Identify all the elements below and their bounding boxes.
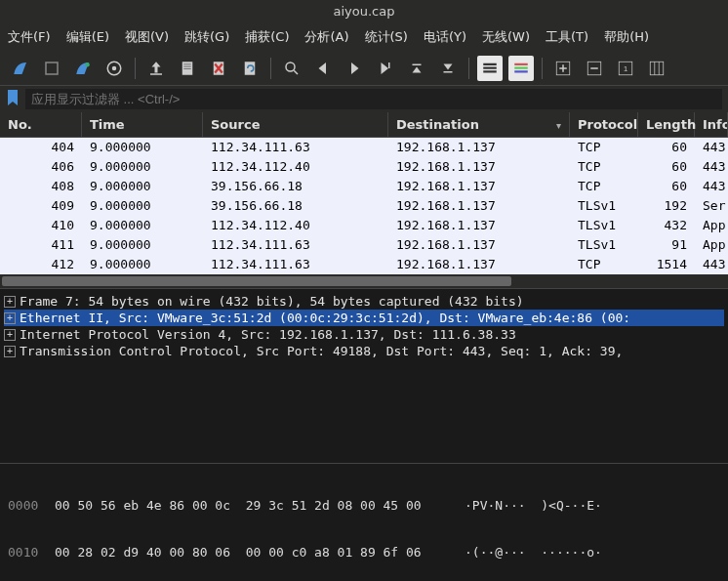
- cell: 9.000000: [82, 177, 203, 195]
- packet-list: No. Time Source Destination▾ Protocol Le…: [0, 112, 728, 288]
- hex-bytes: 00 50 56 eb 4e 86 00 0c 29 3c 51 2d 08 0…: [55, 497, 465, 515]
- colorize-on-icon[interactable]: [508, 56, 534, 81]
- goto-icon[interactable]: [373, 56, 398, 81]
- cell: TLSv1: [570, 196, 638, 215]
- hex-dump[interactable]: 0000 00 50 56 eb 4e 86 00 0c 29 3c 51 2d…: [0, 464, 728, 581]
- cell: 411: [0, 235, 82, 254]
- menu-phone[interactable]: 电话(Y): [422, 26, 468, 48]
- open-upload-icon[interactable]: [143, 56, 169, 81]
- svg-rect-4: [150, 73, 162, 75]
- col-header-len[interactable]: Length: [638, 112, 695, 137]
- zoom-out-icon[interactable]: [582, 56, 607, 81]
- svg-rect-12: [413, 64, 422, 66]
- cell: TCP: [570, 138, 638, 156]
- shark-fin-icon[interactable]: [8, 56, 33, 81]
- cell: 112.34.111.63: [203, 235, 388, 254]
- cell: TCP: [570, 177, 638, 195]
- expand-icon[interactable]: +: [4, 312, 16, 324]
- table-row[interactable]: 4069.000000112.34.112.40192.168.1.137TCP…: [0, 157, 728, 177]
- col-header-src[interactable]: Source: [203, 112, 388, 137]
- col-header-no[interactable]: No.: [0, 112, 82, 137]
- table-row[interactable]: 4089.00000039.156.66.18192.168.1.137TCP6…: [0, 177, 728, 196]
- menu-view[interactable]: 视图(V): [123, 26, 171, 48]
- search-icon[interactable]: [279, 56, 304, 81]
- cell: 192.168.1.137: [388, 138, 570, 156]
- horizontal-scrollbar[interactable]: [0, 274, 728, 288]
- col-header-proto[interactable]: Protocol: [570, 112, 638, 137]
- file-icon[interactable]: [175, 56, 200, 81]
- goto-first-icon[interactable]: [404, 56, 429, 81]
- zoom-reset-icon[interactable]: 1: [613, 56, 638, 81]
- goto-last-icon[interactable]: [435, 56, 461, 81]
- col-header-dst[interactable]: Destination▾: [388, 112, 570, 137]
- menu-analyze[interactable]: 分析(A): [303, 26, 350, 48]
- cell: 192.168.1.137: [388, 177, 570, 195]
- svg-point-11: [286, 62, 295, 71]
- cell: 9.000000: [82, 255, 203, 273]
- cell: 192.168.1.137: [388, 216, 570, 234]
- menu-edit[interactable]: 编辑(E): [64, 26, 111, 48]
- cell: 443: [695, 255, 728, 273]
- menu-go[interactable]: 跳转(G): [182, 26, 231, 48]
- svg-point-1: [85, 62, 90, 67]
- cell: 432: [638, 216, 695, 234]
- reload-file-icon[interactable]: [237, 56, 263, 81]
- svg-rect-6: [183, 64, 191, 65]
- detail-ethernet[interactable]: + Ethernet II, Src: VMware_3c:51:2d (00:…: [4, 310, 724, 326]
- table-row[interactable]: 4119.000000112.34.111.63192.168.1.137TLS…: [0, 235, 728, 255]
- hex-row[interactable]: 0000 00 50 56 eb 4e 86 00 0c 29 3c 51 2d…: [8, 497, 720, 515]
- menu-tools[interactable]: 工具(T): [544, 26, 590, 48]
- cell: 409: [0, 196, 82, 215]
- detail-ip[interactable]: + Internet Protocol Version 4, Src: 192.…: [4, 326, 724, 343]
- cell: 408: [0, 177, 82, 195]
- colorize-off-icon[interactable]: [477, 56, 503, 81]
- cell: 412: [0, 255, 82, 273]
- col-header-info[interactable]: Info: [695, 112, 728, 137]
- hex-offset: 0000: [8, 497, 55, 515]
- table-row[interactable]: 4109.000000112.34.112.40192.168.1.137TLS…: [0, 216, 728, 235]
- close-file-icon[interactable]: [206, 56, 231, 81]
- zoom-in-icon[interactable]: [550, 56, 576, 81]
- back-icon[interactable]: [310, 56, 336, 81]
- menu-stats[interactable]: 统计(S): [363, 26, 410, 48]
- toolbar-separator: [135, 58, 136, 79]
- table-row[interactable]: 4049.000000112.34.111.63192.168.1.137TCP…: [0, 138, 728, 157]
- detail-ethernet-text: Ethernet II, Src: VMware_3c:51:2d (00:0c…: [20, 311, 630, 325]
- cell: App: [695, 235, 728, 254]
- settings-icon[interactable]: [101, 56, 127, 81]
- cell: 192: [638, 196, 695, 215]
- bookmark-filter-icon[interactable]: [6, 90, 20, 108]
- expand-icon[interactable]: +: [4, 346, 16, 357]
- svg-rect-13: [444, 71, 453, 73]
- toolbar-separator: [468, 58, 469, 79]
- svg-rect-0: [46, 62, 58, 74]
- expand-icon[interactable]: +: [4, 296, 16, 308]
- cell: 443: [695, 138, 728, 156]
- resize-columns-icon[interactable]: [644, 56, 669, 81]
- table-row[interactable]: 4099.00000039.156.66.18192.168.1.137TLSv…: [0, 196, 728, 216]
- menu-wireless[interactable]: 无线(W): [480, 26, 532, 48]
- detail-frame[interactable]: + Frame 7: 54 bytes on wire (432 bits), …: [4, 293, 724, 310]
- menu-help[interactable]: 帮助(H): [602, 26, 651, 48]
- cell: 39.156.66.18: [203, 196, 388, 215]
- detail-frame-text: Frame 7: 54 bytes on wire (432 bits), 54…: [20, 294, 524, 309]
- cell: Ser: [695, 196, 728, 215]
- stop-icon[interactable]: [39, 56, 64, 81]
- display-filter-input[interactable]: [25, 89, 722, 109]
- filter-bar: [0, 86, 728, 112]
- svg-point-3: [112, 66, 117, 71]
- toolbar-separator: [542, 58, 543, 79]
- forward-icon[interactable]: [342, 56, 367, 81]
- cell: 192.168.1.137: [388, 196, 570, 215]
- col-header-time[interactable]: Time: [82, 112, 203, 137]
- menu-capture[interactable]: 捕获(C): [243, 26, 291, 48]
- detail-tcp[interactable]: + Transmission Control Protocol, Src Por…: [4, 343, 724, 359]
- cell: 192.168.1.137: [388, 157, 570, 176]
- packet-list-header: No. Time Source Destination▾ Protocol Le…: [0, 112, 728, 138]
- svg-rect-15: [483, 67, 497, 69]
- table-row[interactable]: 4129.000000112.34.111.63192.168.1.137TCP…: [0, 255, 728, 274]
- menu-file[interactable]: 文件(F): [6, 26, 53, 48]
- hex-row[interactable]: 0010 00 28 02 d9 40 00 80 06 00 00 c0 a8…: [8, 544, 720, 561]
- expand-icon[interactable]: +: [4, 329, 16, 341]
- restart-icon[interactable]: [70, 56, 96, 81]
